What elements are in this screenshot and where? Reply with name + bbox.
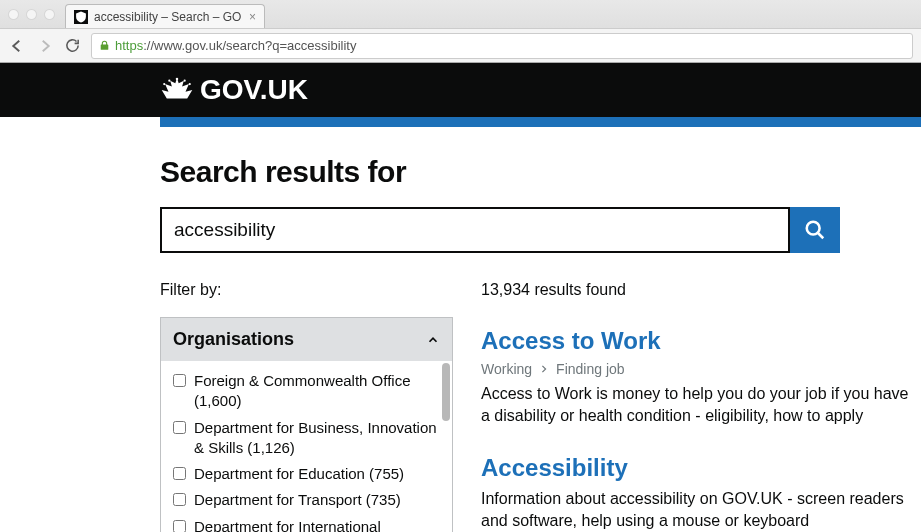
result-title-link[interactable]: Access to Work (481, 327, 921, 355)
search-button[interactable] (790, 207, 840, 253)
svg-point-4 (163, 83, 165, 85)
result-description: Information about accessibility on GOV.U… (481, 488, 921, 532)
search-heading: Search results for (160, 155, 921, 189)
main-content: Search results for Filter by: Organisati… (0, 127, 921, 532)
filter-panel-title: Organisations (173, 329, 294, 350)
filter-panel-header[interactable]: Organisations (161, 318, 452, 361)
org-item[interactable]: Department for Transport (735) (173, 490, 440, 510)
govuk-logo[interactable]: GOV.UK (160, 74, 308, 106)
org-item[interactable]: Foreign & Commonwealth Office (1,600) (173, 371, 440, 412)
crown-icon (160, 76, 194, 104)
filter-panel-body: Foreign & Commonwealth Office (1,600) De… (161, 361, 452, 532)
breadcrumb-item[interactable]: Working (481, 361, 532, 377)
favicon-icon (74, 10, 88, 24)
svg-point-6 (807, 222, 820, 235)
close-tab-icon[interactable]: × (249, 10, 256, 24)
org-item[interactable]: Department for International Development… (173, 517, 440, 533)
lock-icon (98, 39, 111, 52)
result-title-link[interactable]: Accessibility (481, 454, 921, 482)
filter-label: Filter by: (160, 281, 453, 299)
reload-button[interactable] (64, 37, 81, 54)
browser-chrome: accessibility – Search – GO × https://ww… (0, 0, 921, 63)
breadcrumb-item[interactable]: Finding job (556, 361, 625, 377)
org-label: Department for Education (755) (194, 464, 440, 484)
filter-panel-organisations: Organisations Foreign & Commonwealth Off… (160, 317, 453, 532)
org-label: Department for International Development… (194, 517, 440, 533)
org-checkbox[interactable] (173, 374, 186, 387)
govuk-wordmark: GOV.UK (200, 74, 308, 106)
org-checkbox[interactable] (173, 421, 186, 434)
svg-point-3 (184, 80, 186, 82)
svg-point-5 (189, 83, 191, 85)
zoom-window-icon[interactable] (44, 9, 55, 20)
url-bar-row: https://www.gov.uk/search?q=accessibilit… (0, 28, 921, 62)
result-description: Access to Work is money to help you do y… (481, 383, 921, 428)
tab-bar: accessibility – Search – GO × (0, 0, 921, 28)
search-result: Access to Work Working Finding job Acces… (481, 327, 921, 428)
search-icon (804, 219, 826, 241)
search-result: Accessibility Information about accessib… (481, 454, 921, 532)
svg-point-1 (176, 78, 179, 81)
forward-button (36, 37, 54, 55)
org-label: Foreign & Commonwealth Office (1,600) (194, 371, 440, 412)
blue-bar (160, 117, 921, 127)
org-item[interactable]: Department for Education (755) (173, 464, 440, 484)
browser-tab[interactable]: accessibility – Search – GO × (65, 4, 265, 28)
govuk-header: GOV.UK (0, 63, 921, 117)
close-window-icon[interactable] (8, 9, 19, 20)
chevron-up-icon (426, 333, 440, 347)
results-count: 13,934 results found (481, 281, 921, 299)
chevron-right-icon (540, 364, 548, 374)
org-checkbox[interactable] (173, 520, 186, 533)
tab-title: accessibility – Search – GO (94, 10, 243, 24)
search-input[interactable] (160, 207, 790, 253)
back-button[interactable] (8, 37, 26, 55)
url-bar[interactable]: https://www.gov.uk/search?q=accessibilit… (91, 33, 913, 59)
org-checkbox[interactable] (173, 493, 186, 506)
breadcrumb: Working Finding job (481, 361, 921, 377)
org-item[interactable]: Department for Business, Innovation & Sk… (173, 418, 440, 459)
org-checkbox[interactable] (173, 467, 186, 480)
url-text: https://www.gov.uk/search?q=accessibilit… (115, 38, 906, 53)
scrollbar-thumb[interactable] (442, 363, 450, 421)
svg-point-2 (168, 80, 170, 82)
traffic-lights (8, 9, 65, 20)
org-label: Department for Transport (735) (194, 490, 440, 510)
org-label: Department for Business, Innovation & Sk… (194, 418, 440, 459)
search-wrap (160, 207, 840, 253)
minimize-window-icon[interactable] (26, 9, 37, 20)
